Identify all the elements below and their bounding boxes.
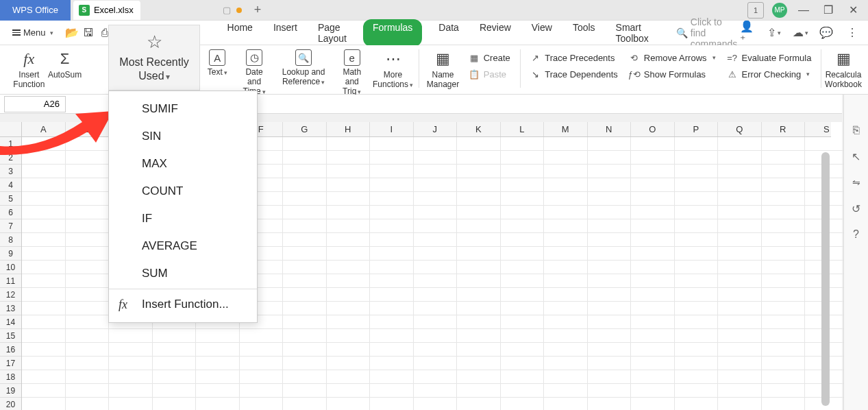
cell[interactable] <box>414 178 458 192</box>
cell[interactable] <box>327 302 371 315</box>
cell[interactable] <box>283 370 327 384</box>
column-header-K[interactable]: K <box>457 122 501 136</box>
save-cloud-icon[interactable]: ☁▾ <box>792 25 808 41</box>
cell[interactable] <box>457 370 501 384</box>
cell[interactable] <box>414 343 458 357</box>
cell[interactable] <box>631 261 675 274</box>
cell[interactable] <box>283 398 327 410</box>
cell[interactable] <box>283 192 327 206</box>
cell[interactable] <box>283 357 327 370</box>
cell[interactable] <box>675 315 719 329</box>
cell[interactable] <box>109 398 153 410</box>
tab-view[interactable]: View <box>528 19 556 47</box>
cell[interactable] <box>762 343 806 357</box>
cell[interactable] <box>22 357 66 370</box>
cell[interactable] <box>457 315 501 329</box>
cell[interactable] <box>544 261 588 274</box>
cell[interactable] <box>283 165 327 178</box>
cell[interactable] <box>370 261 414 274</box>
cell[interactable] <box>457 329 501 343</box>
tab-data[interactable]: Data <box>434 19 463 47</box>
cell[interactable] <box>544 384 588 398</box>
cell[interactable] <box>22 288 66 302</box>
cell[interactable] <box>762 165 806 178</box>
cell[interactable] <box>718 384 762 398</box>
cell[interactable] <box>588 261 632 274</box>
cell[interactable] <box>66 192 110 206</box>
cell[interactable] <box>501 370 545 384</box>
cell[interactable] <box>675 206 719 219</box>
cell[interactable] <box>109 329 153 343</box>
autosum-button[interactable]: Σ AutoSum <box>49 49 82 80</box>
cell[interactable] <box>588 302 632 315</box>
cell[interactable] <box>414 219 458 233</box>
cell[interactable] <box>631 219 675 233</box>
cell[interactable] <box>240 398 284 410</box>
cell[interactable] <box>588 247 632 261</box>
show-formulas-button[interactable]: ƒ⟲Show Formulas <box>626 67 719 81</box>
cell[interactable] <box>283 137 327 151</box>
cell[interactable] <box>283 315 327 329</box>
column-header-O[interactable]: O <box>631 122 675 136</box>
cell[interactable] <box>370 329 414 343</box>
more-functions-button[interactable]: ⋯ More Functions▾ <box>371 49 414 90</box>
cell[interactable] <box>762 357 806 370</box>
cell[interactable] <box>370 247 414 261</box>
cell[interactable] <box>283 302 327 315</box>
cell[interactable] <box>22 274 66 288</box>
cell[interactable] <box>501 206 545 219</box>
cell[interactable] <box>370 384 414 398</box>
row-header-8[interactable]: 8 <box>0 233 21 247</box>
cell[interactable] <box>762 137 806 151</box>
mru-item-average[interactable]: AVERAGE <box>109 232 257 260</box>
cell[interactable] <box>675 274 719 288</box>
cell[interactable] <box>66 302 110 315</box>
cell[interactable] <box>675 357 719 370</box>
cell[interactable] <box>501 329 545 343</box>
cell[interactable] <box>370 192 414 206</box>
cell[interactable] <box>675 137 719 151</box>
recalculate-button[interactable]: ▦ RecalculaWorkbook <box>826 49 861 89</box>
create-button[interactable]: ▦Create <box>466 51 513 64</box>
cell[interactable] <box>501 219 545 233</box>
cell[interactable] <box>718 398 762 410</box>
cell[interactable] <box>457 137 501 151</box>
cell[interactable] <box>370 219 414 233</box>
cell[interactable] <box>631 315 675 329</box>
cell[interactable] <box>370 398 414 410</box>
cell[interactable] <box>109 343 153 357</box>
cell[interactable] <box>66 165 110 178</box>
cell[interactable] <box>327 357 371 370</box>
cell[interactable] <box>327 233 371 247</box>
cell[interactable] <box>414 151 458 165</box>
cell[interactable] <box>631 370 675 384</box>
cell[interactable] <box>675 370 719 384</box>
cell[interactable] <box>544 178 588 192</box>
cell[interactable] <box>327 398 371 410</box>
cell[interactable] <box>283 329 327 343</box>
cell[interactable] <box>283 178 327 192</box>
row-header-4[interactable]: 4 <box>0 178 21 192</box>
cell[interactable] <box>283 151 327 165</box>
cell[interactable] <box>196 384 240 398</box>
cell[interactable] <box>588 206 632 219</box>
column-header-Q[interactable]: Q <box>718 122 762 136</box>
cell[interactable] <box>675 398 719 410</box>
cell[interactable] <box>457 178 501 192</box>
cell[interactable] <box>370 302 414 315</box>
cell[interactable] <box>762 315 806 329</box>
cell[interactable] <box>762 384 806 398</box>
cell[interactable] <box>327 247 371 261</box>
cell[interactable] <box>153 370 197 384</box>
avatar[interactable]: MP <box>772 3 787 18</box>
cell[interactable] <box>675 343 719 357</box>
column-header-M[interactable]: M <box>544 122 588 136</box>
cell[interactable] <box>327 329 371 343</box>
cell[interactable] <box>762 219 806 233</box>
expand-pane-icon[interactable]: ⎘ <box>850 123 863 137</box>
date-time-button[interactable]: ◷ Date and Time▾ <box>234 49 275 97</box>
cell[interactable] <box>675 192 719 206</box>
cell[interactable] <box>501 357 545 370</box>
cell[interactable] <box>66 137 110 151</box>
cell[interactable] <box>631 343 675 357</box>
